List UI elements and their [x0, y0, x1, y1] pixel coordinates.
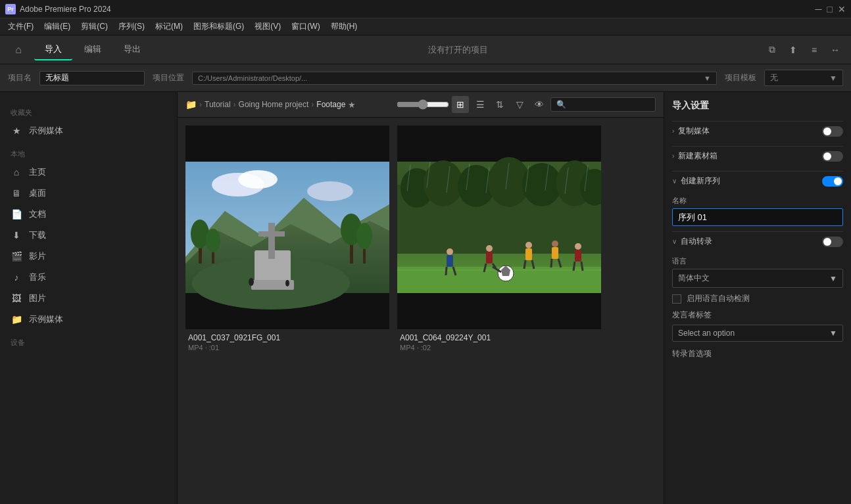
svg-point-20: [356, 223, 372, 249]
media-item-1[interactable]: A001_C037_0921FG_001 MP4 · :01: [185, 126, 389, 355]
sidebar-item-documents[interactable]: 📄 文档: [0, 204, 177, 225]
sidebar-item-sample-media-favorites[interactable]: ★ 示例媒体: [0, 120, 177, 141]
menu-view[interactable]: 视图(V): [249, 20, 286, 34]
breadcrumb-going-home[interactable]: Going Home project: [239, 100, 309, 109]
breadcrumb-sep-2: ›: [233, 100, 236, 109]
sidebar-label-movies: 影片: [29, 250, 46, 262]
auto-transcript-toggle[interactable]: [822, 237, 843, 247]
media-info-1: A001_C037_0921FG_001 MP4 · :01: [185, 329, 389, 355]
tab-import[interactable]: 导入: [34, 39, 72, 60]
list-view-button[interactable]: ☰: [472, 96, 489, 113]
new-bin-toggle[interactable]: [822, 151, 843, 162]
svg-rect-64: [575, 250, 581, 262]
new-bin-section: › 新建素材箱: [672, 146, 843, 166]
menu-bar: 文件(F) 编辑(E) 剪辑(C) 序列(S) 标记(M) 图形和标题(G) 视…: [0, 18, 851, 35]
filter-button[interactable]: ▽: [511, 96, 528, 113]
speaker-label: 发言者标签: [672, 310, 712, 319]
breadcrumb-tutorial[interactable]: Tutorial: [205, 100, 231, 109]
toolbar-icon-4[interactable]: ↔: [827, 42, 843, 58]
toolbar-icon-1[interactable]: ⧉: [764, 42, 780, 58]
sidebar-item-desktop[interactable]: 🖥 桌面: [0, 183, 177, 204]
sidebar-item-pictures[interactable]: 🖼 图片: [0, 288, 177, 309]
menu-edit[interactable]: 编辑(E): [39, 20, 76, 34]
template-dropdown-icon: ▼: [829, 74, 837, 83]
media-grid: A001_C037_0921FG_001 MP4 · :01: [178, 118, 664, 504]
search-input[interactable]: [550, 97, 656, 112]
sequence-name-input[interactable]: [672, 208, 843, 226]
language-value: 简体中文: [678, 273, 710, 284]
menu-sequence[interactable]: 序列(S): [113, 20, 150, 34]
template-value: 无: [770, 72, 778, 83]
menu-clip[interactable]: 剪辑(C): [76, 20, 113, 34]
language-select[interactable]: 简体中文 ▼: [672, 269, 843, 288]
transcript-options-label: 转录首选项: [672, 348, 843, 359]
desktop-icon: 🖥: [11, 188, 22, 198]
toolbar-icon-3[interactable]: ≡: [806, 42, 822, 58]
media-item-2[interactable]: A001_C064_09224Y_001 MP4 · :02: [397, 126, 601, 355]
project-template-select[interactable]: 无 ▼: [764, 70, 843, 86]
menu-help[interactable]: 帮助(H): [326, 20, 363, 34]
sidebar-label-music: 音乐: [29, 271, 46, 283]
breadcrumb-footage[interactable]: Footage: [316, 100, 345, 109]
visibility-button[interactable]: 👁: [531, 96, 548, 113]
home-button[interactable]: ⌂: [8, 39, 29, 60]
svg-rect-12: [258, 231, 285, 237]
copy-media-toggle[interactable]: [822, 126, 843, 137]
project-name-label: 项目名: [8, 72, 32, 83]
toolbar-right: ⧉ ⬆ ≡ ↔: [764, 42, 843, 58]
maximize-button[interactable]: □: [827, 4, 833, 14]
menu-window[interactable]: 窗口(W): [286, 20, 325, 34]
sidebar-item-home[interactable]: ⌂ 主页: [0, 162, 177, 183]
speaker-select[interactable]: Select an option ▼: [672, 325, 843, 342]
toolbar-icon-2[interactable]: ⬆: [785, 42, 801, 58]
sort-button[interactable]: ⇅: [491, 96, 508, 113]
size-slider[interactable]: [397, 99, 449, 110]
project-location-field[interactable]: C:/Users/Administrator/Desktop/... ▼: [192, 72, 717, 85]
auto-transcript-toggle-dot: [823, 238, 831, 246]
minimize-button[interactable]: ─: [815, 4, 822, 14]
auto-transcript-header[interactable]: ∨ 自动转录: [672, 231, 843, 251]
svg-point-22: [285, 280, 289, 286]
svg-rect-51: [486, 252, 493, 263]
create-sequence-label: 创建新序列: [681, 175, 720, 187]
create-sequence-header-left: ∨ 创建新序列: [672, 175, 720, 187]
new-bin-header[interactable]: › 新建素材箱: [672, 146, 843, 166]
auto-transcript-label: 自动转录: [681, 236, 712, 247]
media-filename-2: A001_C064_09224Y_001: [400, 333, 598, 342]
svg-line-57: [524, 260, 525, 269]
sidebar-label-home: 主页: [29, 166, 46, 178]
menu-graphics[interactable]: 图形和标题(G): [188, 20, 249, 34]
svg-rect-23: [397, 126, 601, 162]
copy-media-label: 复制媒体: [678, 126, 710, 137]
copy-media-toggle-dot: [823, 127, 831, 135]
favorite-star-icon[interactable]: ★: [348, 100, 356, 110]
create-sequence-section: ∨ 创建新序列 名称: [672, 171, 843, 226]
project-name-input[interactable]: [39, 71, 145, 85]
create-sequence-header[interactable]: ∨ 创建新序列: [672, 171, 843, 191]
new-bin-toggle-dot: [823, 152, 831, 160]
sidebar-item-sample-media-local[interactable]: 📁 示例媒体: [0, 309, 177, 330]
menu-file[interactable]: 文件(F): [3, 20, 39, 34]
menu-marker[interactable]: 标记(M): [150, 20, 188, 34]
svg-rect-68: [447, 255, 453, 267]
copy-media-header[interactable]: › 复制媒体: [672, 121, 843, 141]
copy-media-header-left: › 复制媒体: [672, 126, 710, 137]
close-button[interactable]: ✕: [838, 4, 846, 14]
breadcrumb: 📁 › Tutorial › Going Home project › Foot…: [185, 99, 391, 110]
sidebar-item-music[interactable]: ♪ 音乐: [0, 267, 177, 288]
create-sequence-toggle[interactable]: [822, 176, 843, 187]
new-bin-header-left: › 新建素材箱: [672, 150, 717, 162]
folder-icon: 📁: [11, 314, 22, 325]
tab-edit[interactable]: 编辑: [74, 39, 112, 60]
sidebar-label-desktop: 桌面: [29, 187, 46, 199]
tab-export[interactable]: 导出: [113, 39, 151, 60]
speaker-label-row: 发言者标签: [672, 309, 843, 321]
svg-rect-0: [185, 126, 389, 162]
sidebar-item-movies[interactable]: 🎬 影片: [0, 246, 177, 267]
sequence-name-label: 名称: [672, 196, 843, 206]
sidebar-item-downloads[interactable]: ⬇ 下载: [0, 225, 177, 246]
project-title: 没有打开的项目: [151, 44, 764, 56]
project-location-value: C:/Users/Administrator/Desktop/...: [198, 74, 307, 82]
grid-view-button[interactable]: ⊞: [452, 96, 469, 113]
auto-detect-checkbox[interactable]: [672, 294, 681, 304]
